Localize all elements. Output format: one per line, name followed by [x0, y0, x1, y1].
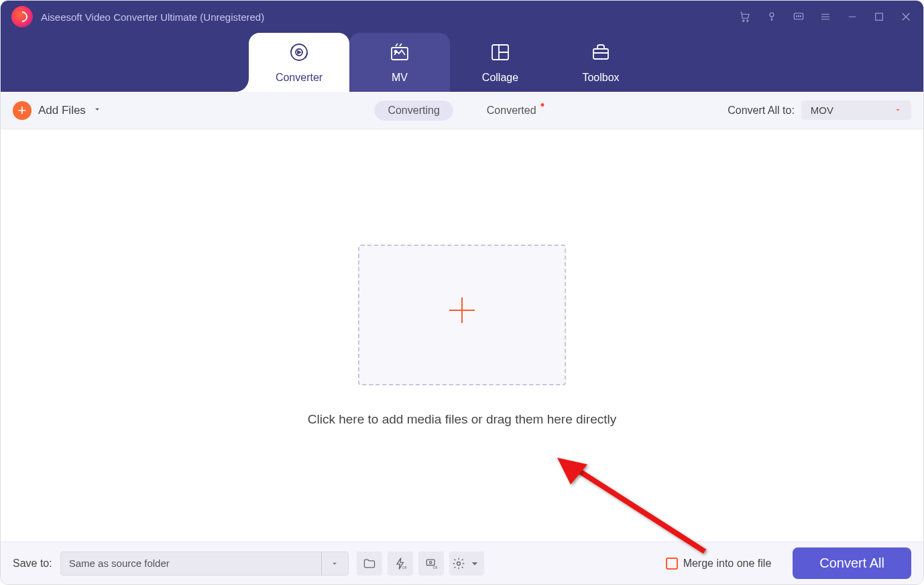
nav-tabs: Converter MV Collage Toolbox — [1, 33, 923, 92]
svg-point-17 — [395, 51, 397, 53]
tab-collage-label: Collage — [482, 72, 518, 84]
tab-mv-label: MV — [392, 72, 408, 84]
app-title: Aiseesoft Video Converter Ultimate (Unre… — [41, 11, 264, 23]
title-actions — [738, 10, 913, 23]
tab-mv[interactable]: MV — [349, 33, 450, 92]
save-path-value: Same as source folder — [69, 558, 170, 569]
status-converted-tab[interactable]: Converted — [473, 101, 550, 121]
open-folder-button[interactable] — [357, 551, 382, 576]
chevron-down-icon — [93, 105, 102, 117]
tab-converter[interactable]: Converter — [249, 33, 349, 92]
drop-zone[interactable] — [358, 245, 566, 385]
svg-point-4 — [796, 16, 797, 17]
svg-point-0 — [743, 20, 744, 21]
svg-point-5 — [798, 16, 799, 17]
svg-text:OFF: OFF — [432, 566, 438, 570]
svg-rect-11 — [876, 13, 883, 21]
minimize-icon[interactable] — [846, 10, 859, 23]
svg-point-2 — [770, 13, 774, 17]
tab-toolbox[interactable]: Toolbox — [551, 33, 651, 92]
status-converting-label: Converting — [388, 105, 439, 116]
key-icon[interactable] — [765, 10, 778, 23]
svg-point-31 — [457, 562, 460, 565]
chat-icon[interactable] — [792, 10, 805, 23]
tab-converter-label: Converter — [276, 72, 323, 84]
format-dropdown[interactable]: MOV — [801, 101, 911, 120]
svg-text:OFF: OFF — [402, 566, 407, 570]
tab-collage[interactable]: Collage — [450, 33, 551, 92]
collage-icon — [489, 41, 512, 66]
titlebar: Aiseesoft Video Converter Ultimate (Unre… — [1, 1, 923, 33]
drop-hint-text: Click here to add media files or drag th… — [308, 412, 616, 427]
svg-point-1 — [747, 20, 748, 21]
app-logo-icon — [11, 6, 33, 27]
menu-icon[interactable] — [819, 10, 832, 23]
footer: Save to: Same as source folder OFF OFF — [1, 541, 923, 584]
converter-icon — [288, 41, 310, 66]
convert-all-button[interactable]: Convert All — [793, 547, 911, 579]
convert-all-to: Convert All to: MOV — [728, 101, 911, 120]
status-tabs: Converting Converted — [374, 101, 549, 121]
maximize-icon[interactable] — [872, 10, 886, 23]
plus-icon — [444, 292, 480, 337]
toolbar: + Add Files Converting Converted Convert… — [1, 92, 923, 129]
status-dot-icon — [541, 103, 544, 107]
plus-icon: + — [13, 101, 32, 120]
convert-all-to-label: Convert All to: — [728, 105, 795, 117]
cart-icon[interactable] — [738, 10, 752, 23]
chevron-down-icon — [321, 552, 348, 575]
gpu-accel-button[interactable]: OFF — [388, 551, 413, 576]
status-converting-tab[interactable]: Converting — [374, 101, 453, 121]
chevron-down-icon — [894, 105, 902, 116]
main-area: Click here to add media files or drag th… — [1, 129, 923, 541]
settings-button[interactable] — [449, 551, 484, 576]
save-to-dropdown[interactable]: Same as source folder — [60, 551, 349, 576]
mv-icon — [388, 41, 411, 66]
svg-line-25 — [574, 468, 705, 551]
format-value: MOV — [811, 105, 833, 116]
save-to-label: Save to: — [13, 558, 52, 570]
svg-point-6 — [800, 16, 801, 17]
close-icon[interactable] — [899, 10, 913, 23]
tab-toolbox-label: Toolbox — [582, 72, 619, 84]
high-speed-button[interactable]: OFF — [418, 551, 444, 576]
add-files-label: Add Files — [38, 104, 86, 117]
svg-rect-28 — [426, 560, 435, 565]
svg-rect-21 — [593, 49, 608, 59]
merge-label: Merge into one file — [683, 558, 772, 570]
svg-point-29 — [429, 561, 431, 563]
svg-marker-26 — [557, 458, 587, 484]
status-converted-label: Converted — [487, 105, 536, 116]
add-files-button[interactable]: + Add Files — [13, 101, 102, 120]
toolbox-icon — [589, 41, 612, 66]
footer-icons: OFF OFF — [357, 551, 484, 576]
merge-checkbox[interactable]: Merge into one file — [666, 558, 772, 570]
checkbox-icon — [666, 558, 678, 570]
